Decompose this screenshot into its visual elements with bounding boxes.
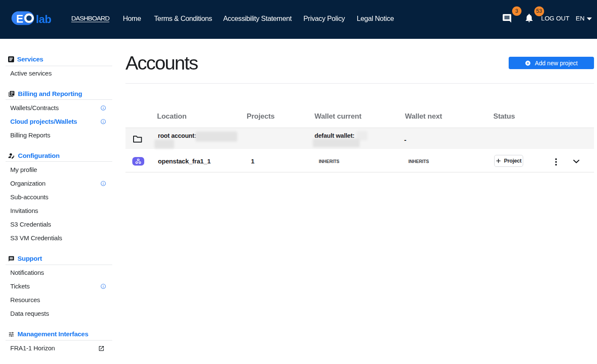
svg-text:E: E [16, 13, 23, 25]
svg-text:lab: lab [36, 13, 51, 26]
